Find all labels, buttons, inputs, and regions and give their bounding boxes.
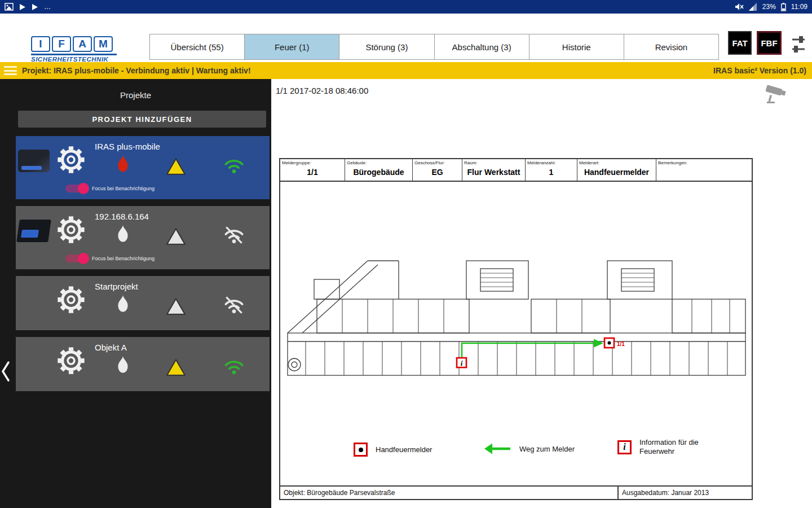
battery-percent-text: 23% — [762, 3, 776, 11]
gear-icon[interactable] — [56, 285, 86, 314]
project-name: 192.168.6.164 — [95, 212, 149, 221]
hamburger-menu-icon[interactable] — [4, 66, 17, 75]
project-status-bar: Projekt: IRAS plus-mobile - Verbindung a… — [0, 62, 812, 79]
version-text: IRAS basic² Version (1.0) — [713, 66, 806, 75]
project-item-objekt-a[interactable]: Objekt A — [16, 337, 270, 391]
legend-information-feuerwehr: i Information für die Feuerwehr — [617, 438, 713, 457]
project-item-iras-plus-mobile[interactable]: IRAS plus-mobile Focus bei Benachrichtig… — [16, 136, 270, 199]
logo-letter: A — [73, 36, 92, 52]
project-name: IRAS plus-mobile — [95, 142, 160, 151]
objekt-text: Objekt: Bürogebäude Parsevalstraße — [280, 487, 617, 499]
settings-sliders-icon[interactable] — [791, 33, 806, 55]
gear-icon[interactable] — [56, 215, 86, 244]
app-screen: … 23% 11:09 I F — [0, 0, 812, 508]
logo-letter: F — [52, 36, 71, 52]
laufkarte-legend: Handfeuermelder Weg zum Melder i Informa… — [280, 437, 752, 468]
focus-toggle-label: Focus bei Benachrichtigung — [92, 186, 155, 191]
add-project-button[interactable]: PROJEKT HINZUFÜGEN — [18, 111, 266, 128]
project-status-text: Projekt: IRAS plus-mobile - Verbindung a… — [22, 66, 251, 75]
warning-triangle-icon — [166, 227, 186, 246]
focus-toggle-label: Focus bei Benachrichtigung — [92, 256, 155, 261]
tab-feuer[interactable]: Feuer (1) — [245, 34, 339, 59]
gear-icon[interactable] — [56, 346, 86, 375]
tab-historie[interactable]: Historie — [529, 34, 624, 59]
col-melderanzahl: Melderanzahl: 1 — [526, 159, 577, 181]
focus-toggle[interactable] — [65, 185, 88, 192]
gear-icon[interactable] — [56, 145, 86, 174]
svg-text:1/1: 1/1 — [617, 341, 625, 347]
fire-alarm-icon — [115, 295, 131, 312]
laufkarte-footer: Objekt: Bürogebäude Parsevalstraße Ausga… — [280, 485, 752, 499]
wifi-disconnected-icon — [222, 225, 246, 244]
fire-alarm-icon — [115, 356, 131, 373]
focus-toggle[interactable] — [65, 255, 88, 262]
fat-button[interactable]: FAT — [728, 31, 752, 55]
battery-icon — [781, 3, 786, 11]
logo-underline — [31, 54, 117, 55]
project-item-192-168-6-164[interactable]: 192.168.6.164 Focus bei Benachrichtigung — [16, 206, 270, 269]
fbf-button[interactable]: FBF — [757, 31, 782, 55]
floor-plan: 1/1 i — [283, 254, 750, 385]
tab-bar: Übersicht (55) Feuer (1) Störung (3) Abs… — [149, 34, 719, 60]
app-header: I F A M SICHERHEITSTECHNIK Übersicht (55… — [0, 14, 812, 62]
col-meldergruppe: Meldergruppe: 1/1 — [280, 159, 345, 181]
main-content: 1/1 2017-02-18 08:46:00 Meldergruppe: 1/… — [271, 79, 812, 508]
detector-marker: 1/1 — [604, 338, 625, 348]
project-device-image — [17, 216, 51, 244]
play-notification-icon — [19, 3, 26, 11]
screenshot-notification-icon — [5, 3, 14, 11]
volume-muted-icon — [735, 3, 744, 11]
project-name: Startprojekt — [95, 282, 138, 291]
notification-overflow-dots: … — [44, 3, 51, 11]
drawer-collapse-chevron[interactable] — [1, 360, 10, 383]
laufkarte-document: Meldergruppe: 1/1 Gebäude: Bürogebäude G… — [279, 158, 753, 500]
drawer-title: Projekte — [0, 79, 271, 100]
route-arrow-symbol — [484, 443, 511, 455]
media-notification-icon — [32, 3, 38, 11]
fire-alarm-icon — [115, 225, 131, 242]
ifam-logo: I F A M SICHERHEITSTECHNIK — [31, 36, 117, 63]
tab-revision[interactable]: Revision — [624, 34, 718, 59]
tab-uebersicht[interactable]: Übersicht (55) — [150, 34, 245, 59]
wifi-connected-icon — [222, 356, 246, 375]
project-item-startprojekt[interactable]: Startprojekt — [16, 276, 270, 330]
wifi-disconnected-icon — [222, 295, 246, 314]
signal-strength-icon — [749, 3, 757, 11]
info-symbol: i — [617, 440, 632, 454]
warning-triangle-icon — [166, 157, 186, 176]
project-name: Objekt A — [95, 343, 127, 352]
tab-abschaltung[interactable]: Abschaltung (3) — [435, 34, 529, 59]
android-status-bar: … 23% 11:09 — [0, 0, 812, 14]
logo-letter: I — [31, 36, 50, 52]
wifi-connected-icon — [222, 155, 246, 174]
warning-triangle-icon — [166, 297, 186, 316]
event-timestamp: 1/1 2017-02-18 08:46:00 — [276, 86, 368, 95]
cctv-camera-icon[interactable] — [765, 84, 788, 105]
project-list: IRAS plus-mobile Focus bei Benachrichtig… — [16, 136, 270, 391]
legend-handfeuermelder: Handfeuermelder — [354, 443, 432, 457]
col-bemerkungen: Bemerkungen: — [656, 159, 752, 181]
projects-drawer: Projekte PROJEKT HINZUFÜGEN IRAS plus-mo… — [0, 79, 271, 508]
handfeuermelder-symbol — [354, 443, 368, 457]
clock-text: 11:09 — [791, 3, 807, 11]
col-geschoss: Geschoss/Flur: EG — [413, 159, 462, 181]
warning-triangle-icon — [166, 358, 186, 376]
col-gebaeude: Gebäude: Bürogebäude — [345, 159, 413, 181]
legend-weg-zum-melder: Weg zum Melder — [484, 443, 575, 455]
logo-letter: M — [94, 36, 113, 52]
route-to-detector — [462, 339, 603, 363]
tab-stoerung[interactable]: Störung (3) — [339, 34, 434, 59]
ausgabedatum-text: Ausgabedatum: Januar 2013 — [617, 487, 752, 499]
project-device-image — [17, 146, 51, 174]
col-melderart: Melderart: Handfeuermelder — [577, 159, 656, 181]
col-raum: Raum: Flur Werkstatt — [462, 159, 526, 181]
info-marker: i — [457, 358, 466, 367]
fire-alarm-icon — [115, 155, 131, 172]
svg-text:i: i — [461, 359, 463, 367]
laufkarte-header-table: Meldergruppe: 1/1 Gebäude: Bürogebäude G… — [280, 159, 752, 182]
